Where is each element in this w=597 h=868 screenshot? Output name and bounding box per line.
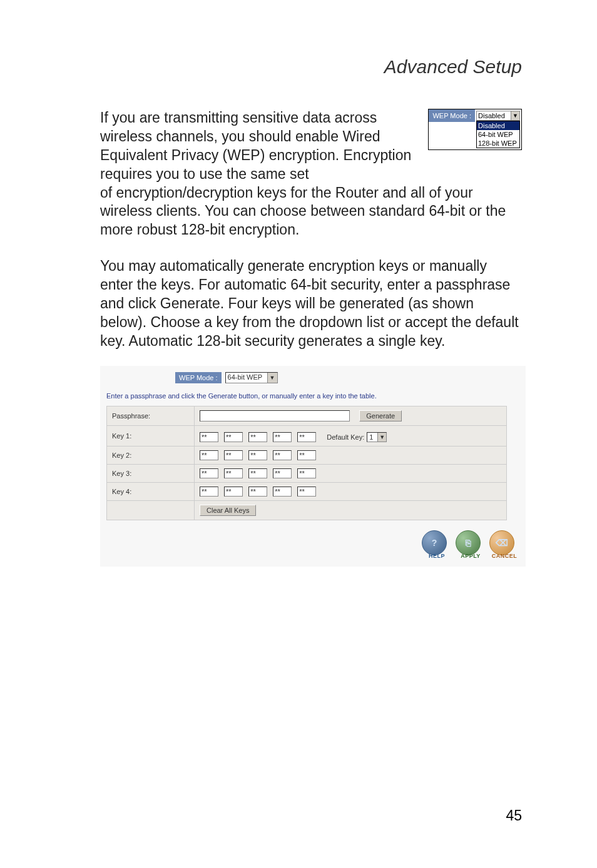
key1-field[interactable]: ** [200, 432, 218, 442]
key2-field[interactable]: ** [248, 450, 267, 460]
key4-label: Key 4: [107, 482, 195, 500]
key3-field[interactable]: ** [297, 468, 316, 478]
chevron-down-icon: ▼ [511, 111, 519, 120]
key3-field[interactable]: ** [248, 468, 267, 478]
wep-mode-select-value: 64-bit WEP [226, 373, 267, 383]
default-key-label: Key: [350, 433, 364, 441]
passphrase-label: Passphrase: [107, 406, 195, 425]
wep-config-screenshot: WEP Mode : 64-bit WEP ▼ Enter a passphra… [100, 366, 526, 567]
key3-field[interactable]: ** [224, 468, 243, 478]
key2-field[interactable]: ** [273, 450, 292, 460]
key1-field[interactable]: ** [248, 432, 267, 442]
table-row: Clear All Keys [107, 500, 507, 520]
key2-label: Key 2: [107, 446, 195, 464]
wep-mode-mini-label: WEP Mode : [429, 109, 475, 122]
table-row: Key 1: ** ** ** ** ** Default Key: 1 ▼ [107, 425, 507, 446]
key4-field[interactable]: ** [297, 487, 316, 497]
key1-label: Key 1: [107, 425, 195, 446]
help-button[interactable]: ? HELP [422, 530, 452, 558]
apply-button[interactable]: ⎘ APPLY [456, 530, 486, 558]
key2-field[interactable]: ** [200, 450, 218, 460]
wep-mode-option-128bit[interactable]: 128-bit WEP [477, 139, 519, 148]
default-key-select-value: 1 [367, 433, 377, 442]
key3-label: Key 3: [107, 464, 195, 482]
generate-button[interactable]: Generate [359, 410, 402, 421]
key2-field[interactable]: ** [297, 450, 316, 460]
table-row: Key 2: ** ** ** ** ** [107, 446, 507, 464]
cancel-button[interactable]: ⌫ CANCEL [489, 530, 519, 558]
wep-mode-mini-widget: WEP Mode : Disabled ▼ Disabled 64-bit WE… [428, 109, 522, 150]
wep-mode-mini-select-value: Disabled [477, 111, 511, 120]
passphrase-input[interactable] [200, 410, 350, 421]
apply-button-label: APPLY [461, 553, 481, 559]
table-row: Key 4: ** ** ** ** ** [107, 482, 507, 500]
wep-mode-mini-select[interactable]: Disabled ▼ [476, 111, 520, 121]
key4-field[interactable]: ** [273, 487, 292, 497]
wep-mode-option-disabled[interactable]: Disabled [477, 121, 519, 130]
help-icon: ? [422, 530, 447, 555]
cancel-button-label: CANCEL [492, 553, 518, 559]
wep-key-table: Passphrase: Generate Key 1: ** ** ** ** … [106, 406, 507, 520]
apply-icon: ⎘ [456, 530, 481, 555]
wep-mode-label: WEP Mode : [175, 372, 222, 383]
key1-field[interactable]: ** [273, 432, 292, 442]
table-row: Passphrase: Generate [107, 406, 507, 425]
key4-field[interactable]: ** [200, 487, 218, 497]
key3-field[interactable]: ** [273, 468, 292, 478]
paragraph-2: You may automatically generate encryptio… [100, 257, 522, 350]
wep-instruction-text: Enter a passphrase and click the Generat… [106, 392, 519, 400]
key1-field[interactable]: ** [297, 432, 316, 442]
help-button-label: HELP [429, 553, 445, 559]
page-title: Advanced Setup [100, 56, 522, 78]
key4-field[interactable]: ** [224, 487, 243, 497]
wep-mode-option-64bit[interactable]: 64-bit WEP [477, 130, 519, 139]
key4-field[interactable]: ** [248, 487, 267, 497]
cancel-icon: ⌫ [489, 530, 514, 555]
wep-mode-mini-options[interactable]: Disabled 64-bit WEP 128-bit WEP [476, 121, 520, 148]
page-number: 45 [506, 807, 522, 824]
default-label: Default [327, 433, 349, 441]
default-key-select[interactable]: 1 ▼ [367, 432, 387, 442]
paragraph-1-left: If you are transmitting sensitive data a… [100, 109, 416, 184]
key1-field[interactable]: ** [224, 432, 243, 442]
wep-mode-select[interactable]: 64-bit WEP ▼ [225, 372, 278, 383]
key2-field[interactable]: ** [224, 450, 243, 460]
chevron-down-icon: ▼ [267, 373, 277, 383]
key3-field[interactable]: ** [200, 468, 218, 478]
clear-all-keys-button[interactable]: Clear All Keys [200, 505, 256, 516]
paragraph-1-rest: of encryption/decryption keys for the Ro… [100, 184, 522, 240]
table-row: Key 3: ** ** ** ** ** [107, 464, 507, 482]
chevron-down-icon: ▼ [377, 433, 386, 442]
